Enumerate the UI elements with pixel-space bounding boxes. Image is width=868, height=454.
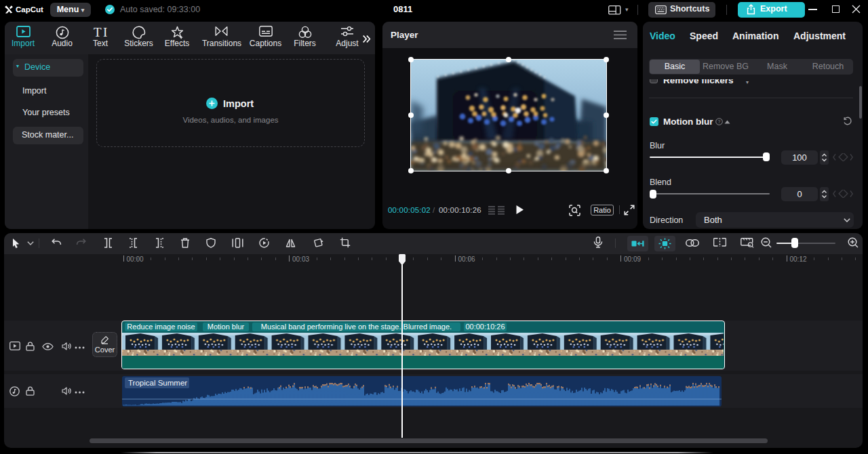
svg-text:?: ? xyxy=(718,119,721,124)
